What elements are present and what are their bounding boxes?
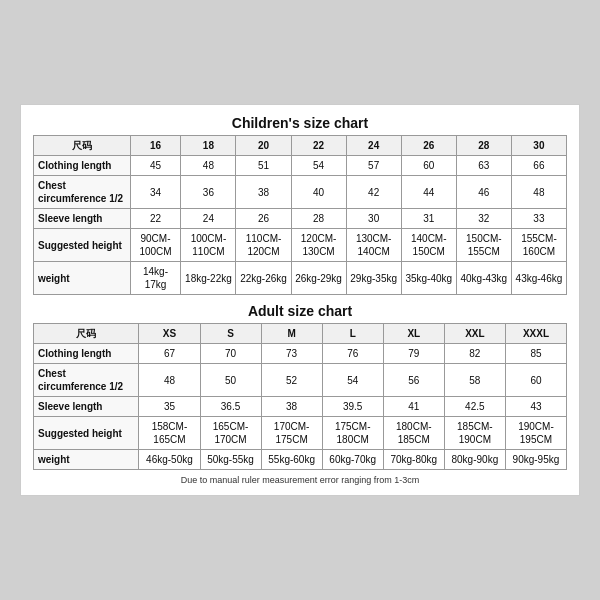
cell-0-2: 51	[236, 156, 291, 176]
adult-chart-title: Adult size chart	[33, 303, 567, 319]
cell-1-7: 48	[511, 176, 566, 209]
cell-4-1: 18kg-22kg	[181, 262, 236, 295]
cell-0-3: 76	[322, 344, 383, 364]
cell-3-2: 170CM-175CM	[261, 417, 322, 450]
row-label-0: Clothing length	[34, 156, 131, 176]
cell-2-5: 31	[401, 209, 456, 229]
cell-3-0: 90CM-100CM	[130, 229, 181, 262]
cell-1-5: 44	[401, 176, 456, 209]
table-row: weight14kg-17kg18kg-22kg22kg-26kg26kg-29…	[34, 262, 567, 295]
cell-1-0: 34	[130, 176, 181, 209]
cell-2-0: 35	[139, 397, 200, 417]
cell-2-2: 26	[236, 209, 291, 229]
cell-3-4: 130CM-140CM	[346, 229, 401, 262]
col-header-0: 尺码	[34, 136, 131, 156]
cell-2-4: 41	[383, 397, 444, 417]
cell-2-1: 24	[181, 209, 236, 229]
cell-4-7: 43kg-46kg	[511, 262, 566, 295]
measurement-note: Due to manual ruler measurement error ra…	[33, 475, 567, 485]
cell-1-1: 36	[181, 176, 236, 209]
row-label-3: Suggested height	[34, 417, 139, 450]
col-header-6: 26	[401, 136, 456, 156]
col-header-3: 20	[236, 136, 291, 156]
cell-4-3: 26kg-29kg	[291, 262, 346, 295]
size-chart-wrapper: Children's size chart 尺码1618202224262830…	[20, 104, 580, 496]
table-row: Clothing length67707376798285	[34, 344, 567, 364]
table-row: Clothing length4548515457606366	[34, 156, 567, 176]
cell-4-5: 35kg-40kg	[401, 262, 456, 295]
col-header-0: 尺码	[34, 324, 139, 344]
cell-3-3: 175CM-180CM	[322, 417, 383, 450]
cell-3-7: 155CM-160CM	[511, 229, 566, 262]
cell-2-7: 33	[511, 209, 566, 229]
row-label-0: Clothing length	[34, 344, 139, 364]
table-row: Suggested height158CM-165CM165CM-170CM17…	[34, 417, 567, 450]
cell-2-4: 30	[346, 209, 401, 229]
cell-3-6: 190CM-195CM	[505, 417, 566, 450]
cell-0-2: 73	[261, 344, 322, 364]
table-row: Suggested height90CM-100CM100CM-110CM110…	[34, 229, 567, 262]
adult-size-table: 尺码XSSMLXLXXLXXXL Clothing length67707376…	[33, 323, 567, 470]
col-header-1: 16	[130, 136, 181, 156]
cell-1-4: 56	[383, 364, 444, 397]
cell-3-5: 140CM-150CM	[401, 229, 456, 262]
table-row: Chest circumference 1/248505254565860	[34, 364, 567, 397]
cell-3-1: 165CM-170CM	[200, 417, 261, 450]
cell-2-1: 36.5	[200, 397, 261, 417]
cell-0-3: 54	[291, 156, 346, 176]
cell-4-3: 60kg-70kg	[322, 450, 383, 470]
cell-2-3: 28	[291, 209, 346, 229]
cell-3-4: 180CM-185CM	[383, 417, 444, 450]
col-header-4: L	[322, 324, 383, 344]
cell-4-1: 50kg-55kg	[200, 450, 261, 470]
col-header-1: XS	[139, 324, 200, 344]
row-label-1: Chest circumference 1/2	[34, 176, 131, 209]
row-label-1: Chest circumference 1/2	[34, 364, 139, 397]
col-header-5: 24	[346, 136, 401, 156]
row-label-2: Sleeve length	[34, 397, 139, 417]
cell-2-0: 22	[130, 209, 181, 229]
cell-3-1: 100CM-110CM	[181, 229, 236, 262]
table-row: Chest circumference 1/23436384042444648	[34, 176, 567, 209]
cell-4-5: 80kg-90kg	[444, 450, 505, 470]
cell-1-6: 46	[456, 176, 511, 209]
cell-1-0: 48	[139, 364, 200, 397]
cell-1-2: 38	[236, 176, 291, 209]
cell-0-4: 79	[383, 344, 444, 364]
cell-2-5: 42.5	[444, 397, 505, 417]
table-row: Sleeve length3536.53839.54142.543	[34, 397, 567, 417]
cell-0-5: 60	[401, 156, 456, 176]
cell-3-6: 150CM-155CM	[456, 229, 511, 262]
cell-4-4: 29kg-35kg	[346, 262, 401, 295]
cell-0-6: 85	[505, 344, 566, 364]
cell-0-6: 63	[456, 156, 511, 176]
cell-4-4: 70kg-80kg	[383, 450, 444, 470]
cell-4-0: 46kg-50kg	[139, 450, 200, 470]
cell-3-3: 120CM-130CM	[291, 229, 346, 262]
col-header-7: 28	[456, 136, 511, 156]
cell-2-6: 43	[505, 397, 566, 417]
cell-0-1: 70	[200, 344, 261, 364]
cell-1-3: 54	[322, 364, 383, 397]
cell-0-1: 48	[181, 156, 236, 176]
cell-0-4: 57	[346, 156, 401, 176]
children-size-table: 尺码1618202224262830 Clothing length454851…	[33, 135, 567, 295]
col-header-7: XXXL	[505, 324, 566, 344]
row-label-4: weight	[34, 450, 139, 470]
children-chart-title: Children's size chart	[33, 115, 567, 131]
cell-0-0: 45	[130, 156, 181, 176]
cell-2-2: 38	[261, 397, 322, 417]
col-header-2: 18	[181, 136, 236, 156]
col-header-4: 22	[291, 136, 346, 156]
col-header-3: M	[261, 324, 322, 344]
row-label-3: Suggested height	[34, 229, 131, 262]
cell-2-3: 39.5	[322, 397, 383, 417]
col-header-8: 30	[511, 136, 566, 156]
cell-3-5: 185CM-190CM	[444, 417, 505, 450]
cell-4-6: 90kg-95kg	[505, 450, 566, 470]
cell-3-0: 158CM-165CM	[139, 417, 200, 450]
cell-2-6: 32	[456, 209, 511, 229]
cell-0-0: 67	[139, 344, 200, 364]
cell-1-2: 52	[261, 364, 322, 397]
row-label-4: weight	[34, 262, 131, 295]
